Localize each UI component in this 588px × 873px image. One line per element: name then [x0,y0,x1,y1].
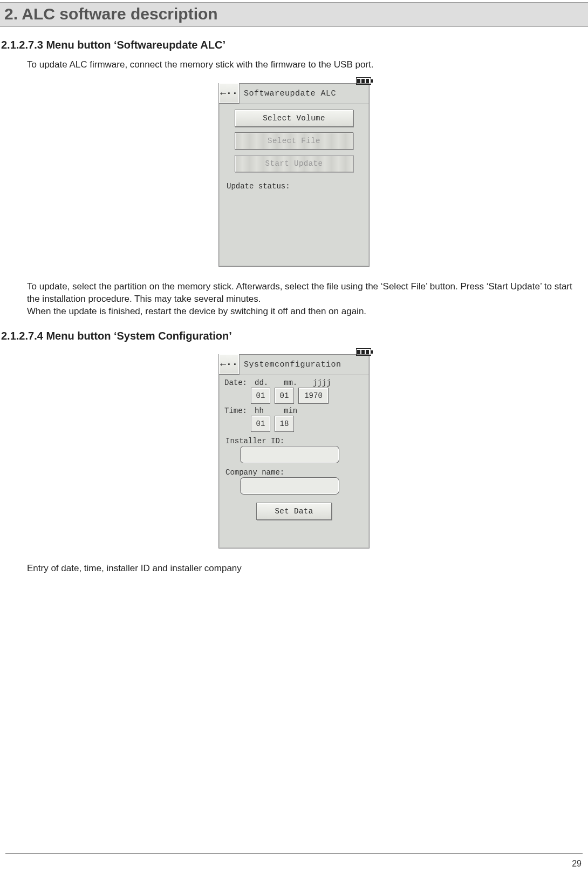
time-label: Time: [224,407,247,415]
installer-id-label: Installer ID: [225,437,369,445]
subsection-2-caption: Entry of date, time, installer ID and in… [27,563,583,575]
device-1-title: Softwareupdate ALC [240,89,369,98]
section-title: 2. ALC software description [4,5,584,23]
time-col-hh: hh [255,407,276,415]
date-mm-value: 01 [280,391,289,400]
subsection-2-heading: 2.1.2.7.4 Menu button ‘System Configurat… [0,330,588,342]
date-jjjj-value: 1970 [304,391,323,400]
device-softwareupdate: ←·· Softwareupdate ALC Select Volume Sel… [218,83,370,267]
device-1-topbar: ←·· Softwareupdate ALC [219,84,369,104]
time-hh-field[interactable]: 01 [251,416,270,431]
subsection-1-heading: 2.1.2.7.3 Menu button ‘Softwareupdate AL… [0,39,588,51]
start-update-label: Start Update [265,159,323,168]
select-file-label: Select File [268,137,320,145]
subsection-1-outro: To update, select the partition on the m… [27,281,583,318]
date-col-dd: dd. [255,378,276,387]
page-number: 29 [572,859,582,869]
update-status-label: Update status: [227,182,369,191]
battery-icon-2 [356,348,371,356]
device-systemconfig: ←·· Systemconfiguration Date: dd. mm. jj… [218,354,370,549]
company-name-field[interactable] [241,478,339,494]
installer-id-field[interactable] [241,446,339,463]
time-min-field[interactable]: 18 [275,416,293,431]
footer-rule [5,853,583,854]
subsection-1-intro: To update ALC firmware, connect the memo… [27,59,583,71]
set-data-button[interactable]: Set Data [256,503,332,520]
date-label: Date: [224,378,247,387]
time-fields: 01 18 [251,416,369,431]
start-update-button: Start Update [235,155,353,172]
device-2-wrap: ←·· Systemconfiguration Date: dd. mm. jj… [0,354,588,549]
section-title-bar: 2. ALC software description [0,2,588,27]
select-volume-button[interactable]: Select Volume [235,110,353,127]
back-arrow-icon-2: ←·· [220,360,237,369]
device-1-wrap: ←·· Softwareupdate ALC Select Volume Sel… [0,83,588,267]
date-jjjj-field[interactable]: 1970 [299,388,328,403]
time-col-min: min [284,407,305,415]
date-mm-field[interactable]: 01 [275,388,293,403]
set-data-label: Set Data [275,507,313,516]
date-header-row: Date: dd. mm. jjjj [224,378,369,387]
device-2-title: Systemconfiguration [240,360,369,369]
company-name-label: Company name: [225,468,369,477]
date-fields: 01 01 1970 [251,388,369,403]
date-col-mm: mm. [284,378,305,387]
date-dd-field[interactable]: 01 [251,388,270,403]
back-button-2[interactable]: ←·· [219,354,240,375]
time-header-row: Time: hh min [224,407,369,415]
select-volume-label: Select Volume [263,114,325,123]
battery-icon [356,77,371,85]
back-arrow-icon: ←·· [220,89,237,98]
time-hh-value: 01 [256,419,265,428]
date-col-jjjj: jjjj [313,378,334,387]
select-file-button: Select File [235,132,353,150]
time-min-value: 18 [280,419,289,428]
device-2-topbar: ←·· Systemconfiguration [219,355,369,375]
date-dd-value: 01 [256,391,265,400]
back-button[interactable]: ←·· [219,83,240,104]
